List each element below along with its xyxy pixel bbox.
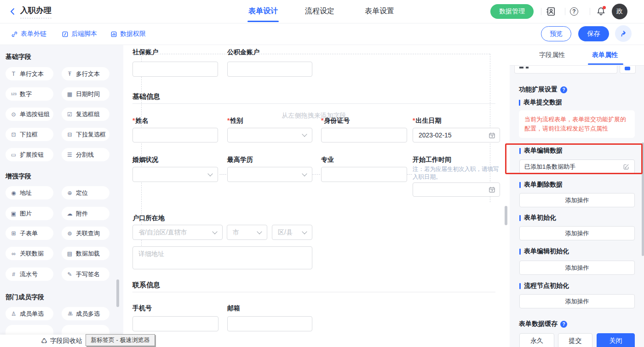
field-label-email[interactable]: 邮箱 — [227, 304, 240, 313]
field-item-dropdown[interactable]: ⊡下拉框 — [6, 128, 53, 141]
field-item-single-line-text[interactable]: T单行文本 — [6, 67, 53, 80]
node-init-add-button[interactable]: 添加操作 — [519, 294, 635, 308]
major-input[interactable] — [321, 167, 407, 182]
sidebar-scrollbar[interactable] — [116, 279, 119, 307]
phone-input[interactable] — [132, 316, 218, 331]
field-item-serial-number[interactable]: #流水号 — [6, 267, 53, 281]
field-label-work-start[interactable]: 开始工作时间 — [413, 156, 451, 164]
delete-data-add-button[interactable]: 添加操作 — [519, 193, 635, 207]
tab-form-settings[interactable]: 表单设置 — [365, 6, 394, 16]
field-item-image[interactable]: ▣图片 — [6, 207, 53, 220]
field-item-radio-group[interactable]: ⊙单选按钮组 — [6, 108, 53, 121]
field-item-member-multi[interactable]: ♙成员多选 — [62, 307, 109, 320]
contacts-button[interactable] — [546, 6, 556, 17]
clipped-field-button[interactable] — [620, 66, 636, 74]
back-button[interactable] — [9, 8, 17, 15]
edit-data-value-box[interactable]: 已添加1条数据助手 — [519, 159, 635, 174]
education-select[interactable] — [227, 167, 312, 182]
avatar[interactable]: 政 — [612, 4, 627, 19]
data-manage-button[interactable]: 数据管理 — [490, 4, 534, 19]
field-item-divider-line[interactable]: ☰分割线 — [62, 148, 109, 161]
social-input[interactable] — [132, 62, 218, 77]
recycle-icon: ♺ — [41, 337, 47, 345]
field-item-datetime[interactable]: ▦日期时间 — [62, 87, 109, 101]
province-select[interactable]: 省/自治区/直辖市 — [132, 225, 223, 240]
field-item-label: 复选框组 — [76, 110, 100, 119]
field-label-birth-date[interactable]: 出生日期 — [413, 117, 441, 125]
birth-date-value: 2023-02-15 — [419, 131, 452, 139]
calendar-icon[interactable] — [489, 132, 495, 139]
form-external-link-button[interactable]: 表单外链 — [11, 30, 46, 38]
field-item-location[interactable]: ⊕定位 — [62, 186, 109, 199]
birth-date-input[interactable]: 2023-02-15 — [413, 128, 500, 142]
save-button[interactable]: 保存 — [578, 26, 609, 41]
field-item-label: 数字 — [20, 90, 32, 98]
field-item-related-query[interactable]: ⊚关联查询 — [62, 227, 109, 240]
cache-option-submit[interactable]: 提交 — [558, 333, 592, 347]
field-item-data-load[interactable]: ▤数据加载 — [62, 247, 109, 260]
tab-flow-settings[interactable]: 流程设定 — [305, 6, 334, 16]
field-label-phone[interactable]: 手机号 — [132, 304, 152, 313]
field-item-partial[interactable] — [62, 325, 109, 335]
field-item-number[interactable]: 123数字 — [6, 87, 53, 101]
district-select[interactable]: 区/县 — [272, 225, 312, 240]
init-add-button[interactable]: 添加操作 — [519, 226, 635, 240]
field-label-social[interactable]: 社保账户 — [132, 48, 158, 57]
help-button[interactable]: ? — [570, 7, 578, 16]
preview-button[interactable]: 预览 — [541, 26, 571, 41]
email-input[interactable] — [227, 316, 312, 331]
fund-input[interactable] — [227, 62, 312, 77]
field-item-subform[interactable]: ⊞子表单 — [6, 227, 53, 240]
field-item-related-data[interactable]: ∞关联数据 — [6, 247, 53, 260]
name-input[interactable] — [132, 128, 218, 142]
cache-option-close[interactable]: 关闭 — [597, 333, 635, 347]
help-circle-icon[interactable]: ? — [560, 86, 567, 93]
field-item-partial[interactable] — [6, 325, 53, 335]
share-button[interactable] — [615, 25, 632, 42]
field-label-marriage[interactable]: 婚姻状况 — [132, 156, 158, 164]
work-start-input[interactable] — [413, 182, 500, 197]
question-mark-icon: ? — [572, 8, 575, 15]
tab-field-properties[interactable]: 字段属性 — [539, 51, 565, 59]
id-number-input[interactable] — [321, 128, 407, 142]
section-title-contact-info[interactable]: 联系信息 — [132, 281, 160, 290]
field-item-attachment[interactable]: ☁附件 — [62, 207, 109, 220]
field-label-hukou[interactable]: 户口所在地 — [132, 214, 165, 222]
page-title[interactable]: 入职办理 — [20, 5, 52, 18]
section-title-basic-info[interactable]: 基础信息 — [132, 92, 160, 101]
field-item-checkbox-group[interactable]: ☑复选框组 — [62, 108, 109, 121]
ext-settings-header: 功能扩展设置 ? — [519, 85, 567, 94]
active-tab-underline — [247, 21, 279, 22]
contacts-icon — [546, 6, 556, 17]
field-label-education[interactable]: 最高学历 — [227, 156, 253, 164]
city-select[interactable]: 市 — [227, 225, 267, 240]
form-design-canvas[interactable]: 社保账户 公积金账户 基础信息 从左侧拖拽来添加字段 姓名 性别 身份证号 出生… — [123, 45, 510, 347]
marriage-select[interactable] — [132, 167, 218, 182]
tab-form-properties[interactable]: 表单属性 — [592, 51, 618, 59]
field-label-name[interactable]: 姓名 — [132, 117, 148, 125]
field-item-member-single[interactable]: ♙成员单选 — [6, 307, 53, 320]
panel-scrollbar[interactable] — [642, 142, 644, 256]
edit-init-add-button[interactable]: 添加操作 — [519, 261, 635, 275]
section-title-enhanced-fields: 增强字段 — [6, 172, 31, 181]
field-item-dropdown-multi[interactable]: ⊟下拉复选框 — [62, 128, 109, 141]
field-item-address[interactable]: ◉地址 — [6, 186, 53, 199]
gender-select[interactable] — [227, 128, 312, 142]
field-label-gender[interactable]: 性别 — [227, 117, 243, 125]
field-label-major[interactable]: 专业 — [321, 156, 334, 164]
field-item-extend-button[interactable]: ▭扩展按钮 — [6, 148, 53, 161]
backend-script-button[interactable]: 后端脚本 — [62, 30, 97, 38]
canvas-scrollbar[interactable] — [505, 206, 507, 225]
field-label-fund[interactable]: 公积金账户 — [227, 48, 259, 57]
field-item-multi-line-text[interactable]: Ŧ多行文本 — [62, 67, 109, 80]
tab-form-design[interactable]: 表单设计 — [248, 6, 278, 16]
help-circle-icon[interactable]: ? — [560, 321, 567, 328]
clipped-field-input[interactable] — [514, 66, 617, 74]
field-item-signature[interactable]: ✎手写签名 — [62, 267, 109, 281]
cache-option-permanent[interactable]: 永久 — [519, 333, 554, 347]
edit-icon[interactable] — [623, 163, 630, 170]
field-label-id-number[interactable]: 身份证号 — [321, 117, 350, 125]
address-textarea[interactable]: 详细地址 — [132, 246, 312, 269]
calendar-icon[interactable] — [489, 186, 495, 193]
data-permission-button[interactable]: 数据权限 — [110, 30, 146, 38]
